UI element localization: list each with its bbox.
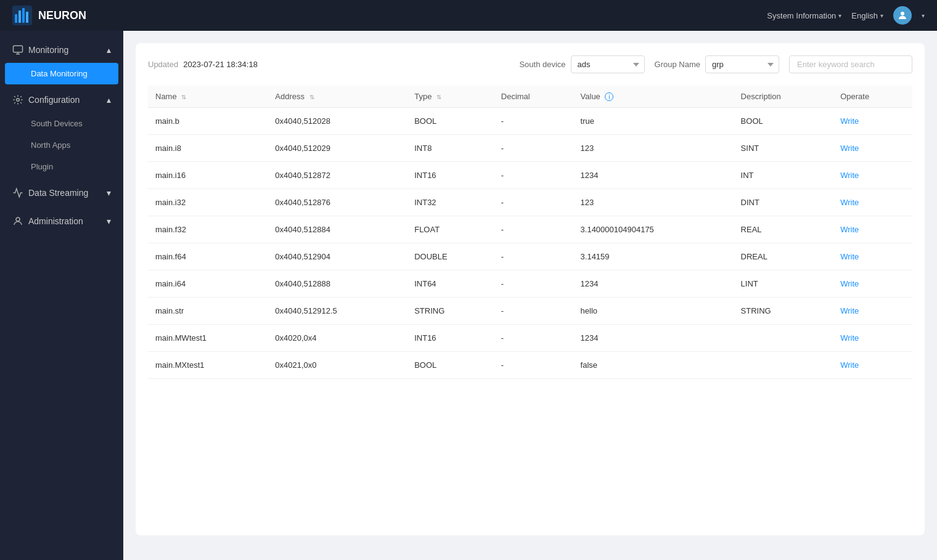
administration-chevron: ▾	[107, 216, 111, 226]
table-row: main.i32 0x4040,512876 INT32 - 123 DINT …	[148, 189, 912, 216]
svg-rect-4	[26, 12, 28, 23]
cell-address-9: 0x4021,0x0	[268, 352, 407, 379]
table-row: main.str 0x4040,512912.5 STRING - hello …	[148, 298, 912, 325]
updated-value: 2023-07-21 18:34:18	[183, 60, 258, 69]
col-operate: Operate	[833, 86, 912, 108]
updated-info: Updated 2023-07-21 18:34:18	[148, 60, 258, 69]
language-selector[interactable]: English ▾	[851, 11, 883, 20]
svg-rect-3	[22, 8, 25, 23]
sidebar-administration-label: Administration	[28, 216, 83, 226]
cell-decimal-6: -	[494, 270, 573, 298]
value-info-icon[interactable]: i	[605, 92, 613, 101]
cell-description-8	[734, 325, 833, 352]
sidebar-administration-header[interactable]: Administration ▾	[0, 208, 123, 234]
cell-name-2: main.i16	[148, 162, 268, 189]
sidebar-monitoring-header[interactable]: Monitoring ▴	[0, 37, 123, 63]
write-button-1[interactable]: Write	[840, 144, 859, 153]
cell-description-0: BOOL	[734, 108, 833, 135]
cell-address-8: 0x4020,0x4	[268, 325, 407, 352]
sidebar-data-streaming-header[interactable]: Data Streaming ▾	[0, 180, 123, 206]
write-button-9[interactable]: Write	[840, 360, 859, 370]
sidebar-configuration-header[interactable]: Configuration ▴	[0, 87, 123, 113]
cell-value-1: 123	[573, 135, 734, 162]
cell-name-4: main.f32	[148, 216, 268, 243]
cell-decimal-0: -	[494, 108, 573, 135]
south-device-select[interactable]: ads	[571, 55, 645, 73]
cell-description-5: DREAL	[734, 243, 833, 270]
cell-address-7: 0x4040,512912.5	[268, 298, 407, 325]
cell-value-9: false	[573, 352, 734, 379]
cell-type-1: INT8	[407, 135, 494, 162]
search-input[interactable]	[789, 55, 912, 73]
system-info-menu[interactable]: System Information ▾	[767, 11, 841, 20]
cell-name-0: main.b	[148, 108, 268, 135]
table-row: main.f32 0x4040,512884 FLOAT - 3.1400001…	[148, 216, 912, 243]
user-menu-chevron[interactable]: ▾	[922, 12, 925, 19]
write-button-2[interactable]: Write	[840, 171, 859, 180]
write-button-5[interactable]: Write	[840, 252, 859, 261]
cell-decimal-7: -	[494, 298, 573, 325]
system-info-label: System Information	[767, 11, 836, 20]
col-description: Description	[734, 86, 833, 108]
cell-decimal-2: -	[494, 162, 573, 189]
system-info-chevron: ▾	[838, 12, 841, 19]
user-avatar[interactable]	[893, 6, 912, 25]
svg-rect-2	[18, 10, 21, 23]
sidebar-section-administration: Administration ▾	[0, 208, 123, 234]
address-sort-icon[interactable]: ⇅	[309, 94, 314, 100]
write-button-0[interactable]: Write	[840, 116, 859, 126]
cell-operate-6: Write	[833, 270, 912, 298]
south-device-field: South device ads	[519, 55, 644, 73]
cell-operate-1: Write	[833, 135, 912, 162]
write-button-6[interactable]: Write	[840, 279, 859, 288]
sidebar-item-data-monitoring[interactable]: Data Monitoring	[5, 63, 118, 84]
cell-description-2: INT	[734, 162, 833, 189]
cell-address-5: 0x4040,512904	[268, 243, 407, 270]
data-monitoring-card: Updated 2023-07-21 18:34:18 South device…	[136, 43, 925, 535]
type-sort-icon[interactable]: ⇅	[436, 94, 441, 100]
sidebar-section-monitoring: Monitoring ▴ Data Monitoring	[0, 37, 123, 84]
cell-decimal-8: -	[494, 325, 573, 352]
table-row: main.f64 0x4040,512904 DOUBLE - 3.14159 …	[148, 243, 912, 270]
cell-value-4: 3.140000104904175	[573, 216, 734, 243]
cell-operate-4: Write	[833, 216, 912, 243]
cell-value-5: 3.14159	[573, 243, 734, 270]
write-button-4[interactable]: Write	[840, 225, 859, 234]
cell-type-6: INT64	[407, 270, 494, 298]
cell-value-2: 1234	[573, 162, 734, 189]
group-name-label: Group Name	[655, 60, 700, 69]
sidebar-item-plugin[interactable]: Plugin	[0, 156, 123, 177]
cell-address-1: 0x4040,512029	[268, 135, 407, 162]
cell-value-8: 1234	[573, 325, 734, 352]
write-button-3[interactable]: Write	[840, 198, 859, 207]
cell-value-6: 1234	[573, 270, 734, 298]
cell-operate-5: Write	[833, 243, 912, 270]
table-body: main.b 0x4040,512028 BOOL - true BOOL Wr…	[148, 108, 912, 379]
data-streaming-chevron: ▾	[107, 188, 111, 198]
cell-description-7: STRING	[734, 298, 833, 325]
cell-decimal-1: -	[494, 135, 573, 162]
table-row: main.i16 0x4040,512872 INT16 - 1234 INT …	[148, 162, 912, 189]
cell-operate-7: Write	[833, 298, 912, 325]
group-name-select[interactable]: grp	[705, 55, 779, 73]
write-button-7[interactable]: Write	[840, 306, 859, 315]
cell-name-1: main.i8	[148, 135, 268, 162]
sidebar-item-north-apps[interactable]: North Apps	[0, 134, 123, 156]
cell-decimal-4: -	[494, 216, 573, 243]
monitoring-chevron: ▴	[107, 45, 111, 55]
page-layout: Monitoring ▴ Data Monitoring Configurati…	[0, 31, 937, 560]
cell-type-8: INT16	[407, 325, 494, 352]
top-navbar: NEURON System Information ▾ English ▾ ▾	[0, 0, 937, 31]
col-address: Address ⇅	[268, 86, 407, 108]
write-button-8[interactable]: Write	[840, 333, 859, 343]
sidebar-item-south-devices[interactable]: South Devices	[0, 113, 123, 134]
table-header: Name ⇅ Address ⇅ Type ⇅ Decimal	[148, 86, 912, 108]
name-sort-icon[interactable]: ⇅	[181, 94, 186, 100]
updated-label: Updated	[148, 60, 178, 69]
table-row: main.MXtest1 0x4021,0x0 BOOL - false Wri…	[148, 352, 912, 379]
cell-type-0: BOOL	[407, 108, 494, 135]
cell-name-3: main.i32	[148, 189, 268, 216]
sidebar-section-data-streaming: Data Streaming ▾	[0, 180, 123, 206]
cell-operate-9: Write	[833, 352, 912, 379]
svg-point-5	[901, 12, 904, 15]
